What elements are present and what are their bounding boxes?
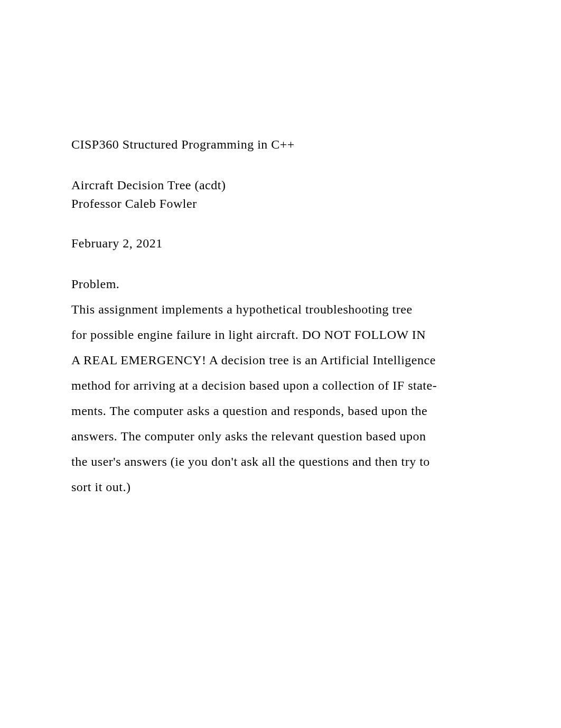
section-heading: Problem. <box>71 277 490 291</box>
body-line: method for arriving at a decision based … <box>71 373 490 398</box>
professor-name: Professor Caleb Fowler <box>71 197 490 211</box>
body-line: for possible engine failure in light air… <box>71 322 490 347</box>
document-date: February 2, 2021 <box>71 236 490 251</box>
problem-paragraph: This assignment implements a hypothetica… <box>71 297 490 500</box>
body-line: sort it out.) <box>71 474 490 500</box>
body-line: ments. The computer asks a question and … <box>71 398 490 423</box>
body-line: the user's answers (ie you don't ask all… <box>71 449 490 474</box>
course-title: CISP360 Structured Programming in C++ <box>71 137 490 152</box>
body-line: answers. The computer only asks the rele… <box>71 423 490 449</box>
body-line: This assignment implements a hypothetica… <box>71 297 490 322</box>
body-line: A REAL EMERGENCY! A decision tree is an … <box>71 347 490 373</box>
assignment-title: Aircraft Decision Tree (acdt) <box>71 178 490 192</box>
